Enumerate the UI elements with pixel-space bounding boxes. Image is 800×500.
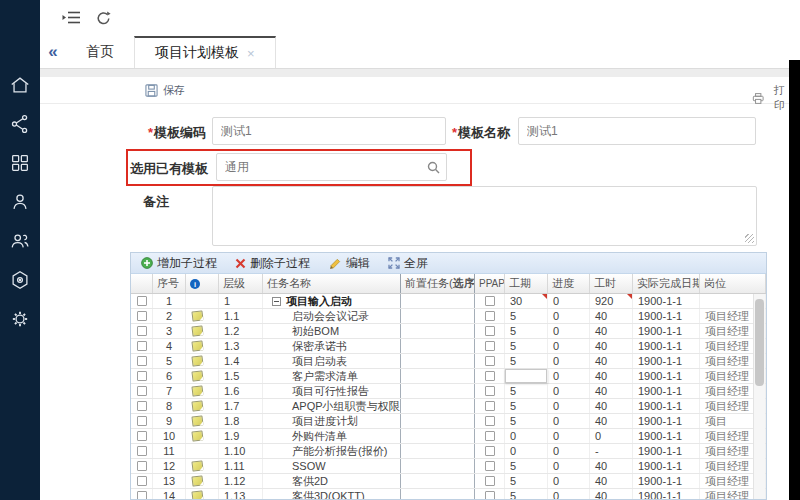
table-row[interactable]: 31.2初始BOM50401900-1-1项目经理	[131, 324, 766, 339]
row-checkbox[interactable]	[137, 401, 147, 411]
note-icon[interactable]	[191, 325, 203, 336]
header-note[interactable]: i	[186, 274, 219, 293]
refresh-icon[interactable]	[95, 10, 112, 31]
header-task-name[interactable]: 任务名称	[263, 274, 401, 293]
collapse-icon[interactable]	[272, 297, 281, 306]
note-icon[interactable]	[191, 415, 203, 426]
note-icon[interactable]	[191, 475, 203, 486]
gear-icon[interactable]	[9, 308, 31, 330]
note-icon[interactable]	[191, 460, 203, 471]
table-row[interactable]: 111.10产能分析报告(报价)00-1900-1-1项目经理	[131, 444, 766, 459]
table-row[interactable]: 131.12客供2D50401900-1-1项目经理	[131, 474, 766, 489]
table-row[interactable]: 91.8项目进度计划50401900-1-1项目	[131, 414, 766, 429]
tab-home[interactable]: 首页	[66, 36, 134, 68]
note-icon[interactable]	[191, 490, 203, 500]
ppap-checkbox[interactable]	[485, 431, 495, 441]
row-checkbox[interactable]	[137, 371, 147, 381]
table-row[interactable]: 101.9外购件清单0001900-1-1项目经理	[131, 429, 766, 444]
edit-icon	[328, 256, 342, 270]
header-date[interactable]: 实际完成日期	[633, 274, 700, 293]
note-icon[interactable]	[191, 385, 203, 396]
ppap-checkbox[interactable]	[485, 311, 495, 321]
row-checkbox[interactable]	[137, 341, 147, 351]
close-tab-icon[interactable]: ×	[247, 46, 255, 61]
note-icon[interactable]	[191, 370, 203, 381]
ppap-checkbox[interactable]	[485, 326, 495, 336]
table-row[interactable]: 71.6项目可行性报告50401900-1-1项目经理	[131, 384, 766, 399]
table-row[interactable]: 11项目输入启动3009201900-1-1	[131, 294, 766, 309]
row-checkbox[interactable]	[137, 491, 147, 500]
note-cell	[186, 354, 219, 368]
print-button[interactable]: 打印	[752, 83, 789, 113]
header-select-all[interactable]	[131, 274, 153, 293]
task-grid: 增加子过程 删除子过程 编辑 全屏	[130, 252, 767, 500]
shield-gear-icon[interactable]	[9, 269, 31, 291]
ppap-checkbox[interactable]	[485, 341, 495, 351]
row-checkbox[interactable]	[137, 446, 147, 456]
table-row[interactable]: 121.11SSOW50401900-1-1项目经理	[131, 459, 766, 474]
ppap-checkbox[interactable]	[485, 461, 495, 471]
header-progress[interactable]: 进度	[548, 274, 590, 293]
edit-button[interactable]: 编辑	[323, 255, 379, 272]
header-position[interactable]: 岗位	[700, 274, 766, 293]
ppap-checkbox[interactable]	[485, 491, 495, 500]
ppap-checkbox[interactable]	[485, 296, 495, 306]
header-duration[interactable]: 工期	[505, 274, 548, 293]
row-checkbox[interactable]	[137, 311, 147, 321]
add-subprocess-button[interactable]: 增加子过程	[136, 255, 226, 272]
search-icon[interactable]	[427, 161, 440, 174]
note-icon[interactable]	[191, 430, 203, 441]
ppap-checkbox[interactable]	[485, 416, 495, 426]
delete-subprocess-button[interactable]: 删除子过程	[230, 255, 319, 272]
scrollbar-track[interactable]	[753, 294, 765, 500]
note-icon[interactable]	[191, 400, 203, 411]
ppap-checkbox[interactable]	[485, 446, 495, 456]
template-name-input[interactable]	[518, 117, 756, 145]
table-row[interactable]: 61.5客户需求清单0401900-1-1项目经理	[131, 369, 766, 384]
note-icon[interactable]	[191, 310, 203, 321]
header-level[interactable]: 层级	[219, 274, 263, 293]
users-icon[interactable]	[9, 230, 31, 252]
row-checkbox[interactable]	[137, 356, 147, 366]
remark-textarea[interactable]	[212, 186, 757, 246]
scrollbar-thumb[interactable]	[755, 299, 764, 386]
row-checkbox[interactable]	[137, 386, 147, 396]
row-checkbox[interactable]	[137, 326, 147, 336]
header-ppap[interactable]: PPAP	[475, 274, 505, 293]
ppap-cell	[475, 294, 505, 308]
ppap-checkbox[interactable]	[485, 401, 495, 411]
table-row[interactable]: 141.13客供3D(OKTT)50401900-1-1项目经理	[131, 489, 766, 500]
resize-handle[interactable]	[745, 234, 754, 243]
header-seq[interactable]: 序号	[153, 274, 186, 293]
row-checkbox[interactable]	[137, 431, 147, 441]
table-row[interactable]: 81.7APQP小组职责与权限50401900-1-1项目经理	[131, 399, 766, 414]
note-icon[interactable]	[191, 340, 203, 351]
table-row[interactable]: 21.1启动会会议记录50401900-1-1项目经理	[131, 309, 766, 324]
row-checkbox[interactable]	[137, 416, 147, 426]
ppap-checkbox[interactable]	[485, 356, 495, 366]
collapse-tabs-icon[interactable]: «	[40, 36, 66, 68]
apps-grid-icon[interactable]	[9, 152, 31, 174]
home-icon[interactable]	[9, 74, 31, 96]
ppap-cell	[475, 444, 505, 458]
existing-template-input[interactable]	[216, 153, 447, 181]
header-hours[interactable]: 工时	[590, 274, 633, 293]
date-cell: 1900-1-1	[633, 309, 700, 323]
user-icon[interactable]	[9, 191, 31, 213]
row-checkbox[interactable]	[137, 296, 147, 306]
row-checkbox[interactable]	[137, 476, 147, 486]
header-predecessor[interactable]: 前置任务(选序号)	[400, 274, 475, 293]
ppap-checkbox[interactable]	[485, 386, 495, 396]
save-button[interactable]: 保存	[145, 83, 185, 98]
tab-project-plan-template[interactable]: 项目计划模板 ×	[134, 36, 276, 68]
note-icon[interactable]	[191, 355, 203, 366]
template-code-input[interactable]	[212, 117, 446, 145]
row-checkbox[interactable]	[137, 461, 147, 471]
menu-fold-icon[interactable]	[62, 10, 82, 29]
fullscreen-button[interactable]: 全屏	[383, 255, 437, 272]
table-row[interactable]: 41.3保密承诺书50401900-1-1项目经理	[131, 339, 766, 354]
ppap-checkbox[interactable]	[485, 476, 495, 486]
ppap-checkbox[interactable]	[485, 371, 495, 381]
share-icon[interactable]	[9, 113, 31, 135]
table-row[interactable]: 51.4项目启动表50401900-1-1项目经理	[131, 354, 766, 369]
